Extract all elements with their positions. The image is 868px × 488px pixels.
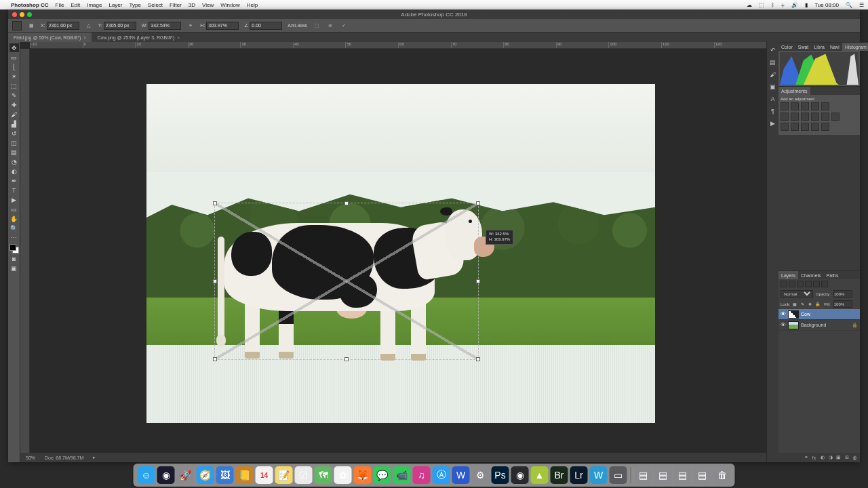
menu-image[interactable]: Image	[87, 2, 102, 8]
fill-input[interactable]	[833, 300, 852, 308]
adj-photo-filter[interactable]	[811, 113, 819, 121]
status-search-icon[interactable]: 🔍	[846, 2, 852, 8]
filter-type-icon[interactable]	[805, 281, 812, 287]
dock-contacts[interactable]: 📒	[236, 466, 254, 484]
screen-mode-tool[interactable]: ▣	[9, 264, 19, 272]
dock-word[interactable]: W	[452, 466, 470, 484]
menu-filter[interactable]: Filter	[170, 2, 182, 8]
transform-w-input[interactable]	[149, 22, 181, 30]
window-minimize-button[interactable]	[20, 12, 24, 17]
collapsed-history-icon[interactable]: ↶	[769, 46, 777, 54]
tab-color[interactable]: Color	[778, 43, 795, 51]
adj-exposure[interactable]	[811, 102, 819, 110]
zoom-level[interactable]: 50%	[26, 455, 35, 460]
menu-help[interactable]: Help	[247, 2, 258, 8]
clone-stamp-tool[interactable]: ▟	[9, 119, 19, 128]
layer-thumbnail[interactable]	[788, 321, 799, 329]
home-button[interactable]	[12, 21, 22, 30]
adj-lookup[interactable]	[831, 113, 840, 121]
dock-panel[interactable]: ▭	[610, 466, 627, 484]
adj-bw[interactable]	[801, 113, 809, 121]
collapsed-paragraph-icon[interactable]: ¶	[769, 107, 777, 115]
warp-mode-icon[interactable]: ⬚	[313, 22, 321, 30]
layer-mask-icon[interactable]: ◐	[819, 455, 825, 461]
adj-selective[interactable]	[821, 123, 829, 131]
tab-adjustments[interactable]: Adjustments	[778, 87, 810, 95]
visibility-icon[interactable]: 👁	[781, 322, 786, 328]
dock-sysprefs[interactable]: ⚙	[472, 466, 490, 484]
dock-screenshot2[interactable]: ▤	[674, 466, 692, 484]
eyedropper-tool[interactable]: ✎	[9, 91, 19, 100]
collapsed-clone-icon[interactable]: ▣	[769, 83, 777, 91]
menu-file[interactable]: File	[56, 2, 64, 8]
document-canvas[interactable]: W: 342.5%H: 303.97%	[146, 84, 655, 423]
dock-appstore[interactable]: Ⓐ	[433, 466, 450, 484]
menu-select[interactable]: Select	[148, 2, 163, 8]
filter-kind[interactable]	[781, 281, 787, 287]
menu-layer[interactable]: Layer	[108, 2, 122, 8]
dock-firefox[interactable]: 🦊	[354, 466, 372, 484]
layer-fx-icon[interactable]: fx	[811, 455, 817, 461]
layer-name[interactable]: Cow	[801, 312, 810, 317]
lasso-tool[interactable]: ɭ	[9, 62, 19, 71]
tab-field[interactable]: Field.jpg @ 50% (Cow, RGB/8*)×	[8, 33, 92, 42]
status-cloud-icon[interactable]: ☁	[747, 2, 752, 8]
dock-messages[interactable]: 💬	[374, 466, 391, 484]
adj-brightness[interactable]	[781, 102, 789, 110]
crop-tool[interactable]: ⬚	[9, 81, 19, 90]
dock-finder[interactable]: ☺	[138, 466, 155, 484]
blend-mode-select[interactable]: Normal	[781, 290, 813, 298]
tab-histogram[interactable]: Histogram	[842, 43, 868, 51]
transform-origin-icon[interactable]: ▦	[27, 22, 35, 30]
path-select-tool[interactable]: ▶	[9, 195, 19, 204]
delete-layer-icon[interactable]: 🗑	[852, 455, 858, 461]
type-tool[interactable]: T	[9, 186, 19, 195]
adj-balance[interactable]	[791, 113, 799, 121]
dock-android[interactable]: ▲	[531, 466, 549, 484]
close-tab-icon[interactable]: ×	[83, 35, 86, 40]
shape-tool[interactable]: ▭	[9, 205, 19, 214]
layer-name[interactable]: Background	[801, 323, 826, 327]
adj-mixer[interactable]	[821, 113, 829, 121]
status-battery-icon[interactable]: ▮	[805, 2, 808, 8]
filter-shape-icon[interactable]	[813, 281, 820, 287]
status-volume-icon[interactable]: 🔊	[791, 2, 798, 8]
dock-trash[interactable]: 🗑	[713, 466, 731, 484]
layer-cow[interactable]: 👁 Cow	[778, 309, 860, 320]
dock-reminders[interactable]: ☑	[295, 466, 313, 484]
adj-hue[interactable]	[781, 113, 789, 121]
dock-itunes[interactable]: ♫	[413, 466, 431, 484]
menu-view[interactable]: View	[202, 2, 214, 8]
healing-brush-tool[interactable]: ✚	[9, 100, 19, 109]
menu-edit[interactable]: Edit	[71, 2, 80, 8]
marquee-tool[interactable]: ▭	[9, 53, 19, 62]
tab-channels[interactable]: Channels	[798, 271, 824, 279]
new-layer-icon[interactable]: ⊞	[844, 455, 850, 461]
dock-maps[interactable]: 🗺	[315, 466, 332, 484]
color-swatches[interactable]	[9, 244, 19, 253]
commit-transform-icon[interactable]: ✓	[340, 22, 348, 30]
adj-vibrance[interactable]	[821, 102, 829, 110]
adj-threshold[interactable]	[801, 123, 809, 131]
filter-adj-icon[interactable]	[797, 281, 804, 287]
menu-type[interactable]: Type	[129, 2, 140, 8]
quick-select-tool[interactable]: ✶	[9, 72, 19, 81]
eraser-tool[interactable]: ◫	[9, 138, 19, 147]
dock-facetime[interactable]: 📹	[393, 466, 411, 484]
adj-invert[interactable]	[781, 123, 789, 131]
hand-tool[interactable]: ✋	[9, 214, 19, 223]
new-adjustment-icon[interactable]: ◑	[827, 455, 833, 461]
quick-mask-tool[interactable]: ◙	[9, 254, 19, 263]
gradient-tool[interactable]: ▤	[9, 148, 19, 157]
delta-icon[interactable]: △	[85, 22, 93, 30]
adj-levels[interactable]	[791, 102, 799, 110]
edit-toolbar[interactable]: ⋯	[9, 233, 19, 242]
filter-pixel-icon[interactable]	[789, 281, 795, 287]
dock-launchpad[interactable]: 🚀	[177, 466, 195, 484]
close-tab-icon[interactable]: ×	[177, 35, 180, 40]
app-name[interactable]: Photoshop CC	[11, 2, 49, 8]
status-clock[interactable]: Tue 08:00	[814, 2, 839, 8]
transform-x-input[interactable]	[47, 22, 79, 30]
dock-photos[interactable]: ✿	[334, 466, 352, 484]
status-notifications-icon[interactable]: ☰	[859, 2, 864, 8]
